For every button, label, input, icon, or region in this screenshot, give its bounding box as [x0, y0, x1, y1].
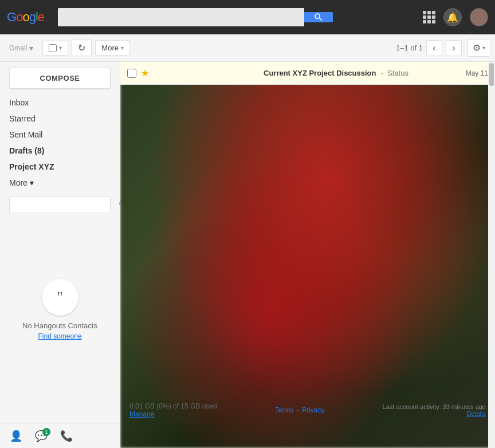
hangouts-section: " No Hangouts Contacts Find someone: [0, 219, 120, 423]
storage-info: 0.01 GB (0%) of 15 GB used Manage: [129, 402, 217, 418]
select-checkbox[interactable]: [49, 44, 57, 52]
pagination: 1–1 of 1 ‹ › ⚙ ▾: [396, 39, 490, 57]
subject-preview: Status: [387, 69, 408, 77]
hangouts-quote-icon: ": [57, 289, 63, 306]
contacts-search-input[interactable]: [10, 197, 115, 213]
select-dropdown-arrow: ▾: [59, 45, 62, 51]
search-button[interactable]: [304, 12, 333, 22]
sidebar-item-inbox[interactable]: Inbox: [0, 95, 115, 111]
compose-button[interactable]: COMPOSE: [9, 68, 111, 89]
footer-links: Terms - Privacy: [274, 406, 326, 414]
prev-page-button[interactable]: ‹: [426, 40, 442, 56]
sidebar-item-starred[interactable]: Starred: [0, 111, 115, 127]
content-footer: 0.01 GB (0%) of 15 GB used Manage Terms …: [120, 398, 495, 423]
star-icon[interactable]: ★: [141, 68, 149, 78]
email-list: ★ Current XYZ Project Discussion - Statu…: [120, 62, 495, 85]
gmail-title: Gmail ▾: [9, 44, 33, 53]
pagination-text: 1–1 of 1: [396, 44, 423, 52]
sidebar: COMPOSE Inbox Starred Sent Mail Drafts (…: [0, 62, 120, 448]
main-layout: COMPOSE Inbox Starred Sent Mail Drafts (…: [0, 62, 495, 448]
google-logo: Google: [7, 10, 44, 25]
avatar[interactable]: [470, 8, 488, 26]
sidebar-item-more[interactable]: More ▾: [0, 175, 115, 191]
search-icon: [313, 12, 324, 22]
sidebar-item-projectxyz[interactable]: Project XYZ: [0, 159, 115, 175]
more-button[interactable]: More ▾: [95, 40, 130, 56]
search-input[interactable]: [58, 8, 304, 26]
contacts-tab[interactable]: 👤: [5, 426, 28, 446]
table-row[interactable]: ★ Current XYZ Project Discussion - Statu…: [120, 62, 495, 85]
scrollbar-thumb[interactable]: [489, 63, 494, 86]
search-bar: [58, 8, 333, 26]
details-link[interactable]: Details: [383, 410, 486, 417]
hangouts-tab[interactable]: 💬 1: [30, 426, 53, 446]
last-activity-text: Last account activity: 33 minutes ago: [383, 403, 486, 410]
no-hangouts-text: No Hangouts Contacts: [22, 321, 97, 330]
select-button[interactable]: ▾: [42, 41, 68, 56]
content-area: ★ Current XYZ Project Discussion - Statu…: [120, 62, 495, 448]
email-date: May 11: [466, 69, 488, 77]
gmail-header: Gmail ▾ ▾ ↻ More ▾ 1–1 of 1 ‹ › ⚙ ▾: [0, 34, 495, 62]
privacy-link[interactable]: Privacy: [302, 406, 324, 414]
find-someone-link[interactable]: Find someone: [38, 332, 81, 340]
sidebar-item-drafts[interactable]: Drafts (8): [0, 143, 115, 159]
settings-button[interactable]: ⚙ ▾: [467, 39, 490, 57]
search-input-wrapper: [58, 8, 304, 26]
background-blur: [120, 62, 495, 448]
refresh-button[interactable]: ↻: [72, 40, 92, 56]
search-contacts-bar: 🔍: [9, 197, 111, 213]
manage-link[interactable]: Manage: [129, 410, 154, 418]
phone-tab[interactable]: 📞: [55, 426, 78, 446]
sidebar-item-sent[interactable]: Sent Mail: [0, 127, 115, 143]
settings-dropdown-arrow: ▾: [482, 45, 485, 51]
terms-link[interactable]: Terms: [275, 406, 294, 414]
footer-activity: Last account activity: 33 minutes ago De…: [383, 403, 486, 417]
bottom-tabs: 👤 💬 1 📞: [0, 423, 120, 448]
topbar-right: 🔔: [423, 8, 488, 26]
subject-separator: -: [380, 69, 383, 77]
notification-bell[interactable]: 🔔: [443, 8, 462, 26]
more-dropdown-arrow: ▾: [121, 45, 124, 51]
settings-icon: ⚙: [473, 42, 481, 53]
hangouts-badge: 1: [42, 428, 50, 436]
subject-main: Current XYZ Project Discussion: [264, 69, 376, 77]
phone-icon: 📞: [60, 430, 73, 442]
hangouts-icon: ": [42, 279, 78, 316]
next-page-button[interactable]: ›: [446, 40, 462, 56]
email-checkbox[interactable]: [127, 69, 136, 78]
gmail-title-text: Gmail: [9, 44, 27, 52]
contacts-icon: 👤: [10, 430, 22, 442]
storage-text: 0.01 GB (0%) of 15 GB used: [129, 402, 217, 410]
gmail-dropdown-arrow[interactable]: ▾: [29, 44, 33, 53]
grid-icon[interactable]: [423, 11, 435, 23]
topbar: Google 🔔: [0, 0, 495, 34]
footer-separator: -: [297, 406, 301, 414]
email-subject: Current XYZ Project Discussion - Status: [264, 69, 461, 77]
more-button-label: More: [101, 44, 119, 52]
scrollbar[interactable]: [488, 62, 495, 448]
